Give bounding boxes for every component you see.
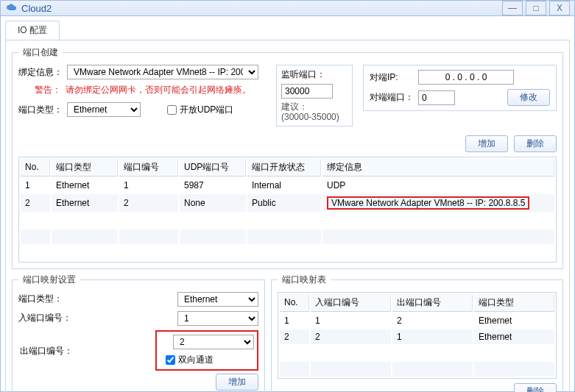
peer-ip-label: 对端IP: <box>370 71 414 84</box>
map-out-label: 出端口编号： <box>20 345 73 357</box>
col-bind: 绑定信息 <box>322 159 554 177</box>
peer-port-label: 对端端口： <box>370 91 414 104</box>
col-type: 端口类型 <box>52 159 118 177</box>
highlight-out-box: 2 双向通道 <box>155 330 258 371</box>
warn-label: 警告： <box>35 84 61 96</box>
col-no: No. <box>21 159 50 177</box>
mcol-no: No. <box>280 294 309 312</box>
highlight-bind-cell: VMware Network Adapter VMnet8 -- IP: 200… <box>327 196 529 210</box>
col-udp: UDP端口号 <box>180 159 246 177</box>
tab-io-config[interactable]: IO 配置 <box>5 21 60 40</box>
map-table-group: 端口映射表 No. 入端口编号 出端口编号 端口类型 112Ethernet <box>271 274 563 392</box>
map-in-select[interactable]: 1 <box>177 311 258 326</box>
table-row[interactable]: 221Ethernet <box>280 329 554 344</box>
peer-box: 对端IP: 0 . 0 . 0 . 0 对端端口： 修改 <box>363 65 557 111</box>
map-table[interactable]: No. 入端口编号 出端口编号 端口类型 112Ethernet 221Ethe… <box>278 292 557 379</box>
map-add-button[interactable]: 增加 <box>216 374 258 391</box>
open-udp-label: 开放UDP端口 <box>180 104 233 116</box>
warn-text: 请勿绑定公网网卡，否则可能会引起网络瘫痪。 <box>66 84 251 96</box>
table-row[interactable]: 112Ethernet <box>280 313 554 328</box>
open-udp-checkbox[interactable]: 开放UDP端口 <box>167 104 233 116</box>
app-window: Cloud2 — □ X IO 配置 端口创建 绑定信息： VMware Net… <box>0 0 575 392</box>
listen-port-input[interactable] <box>281 84 333 99</box>
bind-info-label: 绑定信息： <box>18 66 63 79</box>
app-logo-icon <box>5 2 17 14</box>
map-out-select[interactable]: 2 <box>173 335 254 349</box>
table-row[interactable]: 2Ethernet2NonePublicVMware Network Adapt… <box>21 194 554 212</box>
table-row <box>21 229 554 244</box>
bidi-input[interactable] <box>166 355 175 365</box>
content-area: IO 配置 端口创建 绑定信息： VMware Network Adapter … <box>1 16 574 392</box>
bidi-label: 双向通道 <box>178 354 214 366</box>
table-row <box>280 362 554 377</box>
bind-info-select[interactable]: VMware Network Adapter VMnet8 -- IP: 200… <box>67 65 258 79</box>
map-type-label: 端口类型： <box>18 293 85 305</box>
peer-port-input[interactable] <box>418 90 455 105</box>
peer-ip-input[interactable]: 0 . 0 . 0 . 0 <box>418 70 514 85</box>
col-state: 端口开放状态 <box>247 159 321 177</box>
open-udp-input[interactable] <box>167 105 177 115</box>
map-settings-group: 端口映射设置 端口类型： Ethernet 入端口编号： 1 2 <box>12 274 265 392</box>
port-add-button[interactable]: 增加 <box>465 135 508 152</box>
window-title: Cloud2 <box>21 3 499 14</box>
mcol-type: 端口类型 <box>474 294 554 312</box>
col-num: 端口编号 <box>119 159 178 177</box>
listen-port-label: 监听端口： <box>281 68 348 81</box>
table-row[interactable]: 1Ethernet15987InternalUDP <box>21 178 554 193</box>
listen-port-box: 监听端口： 建议： (30000-35000) <box>276 65 353 126</box>
minimize-button[interactable]: — <box>502 1 523 15</box>
port-create-legend: 端口创建 <box>18 46 63 59</box>
titlebar: Cloud2 — □ X <box>1 1 574 16</box>
port-table[interactable]: No. 端口类型 端口编号 UDP端口号 端口开放状态 绑定信息 1Ethern… <box>18 157 557 263</box>
port-type-label: 端口类型： <box>18 104 63 116</box>
map-in-label: 入端口编号： <box>18 312 85 324</box>
modify-button[interactable]: 修改 <box>507 89 550 106</box>
mcol-in: 入端口编号 <box>311 294 391 312</box>
tabbar: IO 配置 <box>5 21 570 40</box>
listen-port-advice: 建议： (30000-35000) <box>281 101 348 123</box>
map-type-select[interactable]: Ethernet <box>177 292 258 307</box>
port-create-group: 端口创建 绑定信息： VMware Network Adapter VMnet8… <box>12 46 563 269</box>
mcol-out: 出端口编号 <box>392 294 473 312</box>
table-row <box>21 246 554 260</box>
map-delete-button[interactable]: 删除 <box>514 383 557 392</box>
close-button[interactable]: X <box>549 1 570 15</box>
table-row <box>21 213 554 228</box>
port-delete-button[interactable]: 删除 <box>514 135 557 152</box>
maximize-button[interactable]: □ <box>526 1 546 15</box>
tab-panel: 端口创建 绑定信息： VMware Network Adapter VMnet8… <box>5 40 570 392</box>
bidi-checkbox[interactable]: 双向通道 <box>166 354 254 366</box>
table-row <box>280 346 554 360</box>
map-table-legend: 端口映射表 <box>278 274 331 286</box>
map-settings-legend: 端口映射设置 <box>18 274 80 286</box>
port-type-select[interactable]: Ethernet <box>67 102 141 117</box>
